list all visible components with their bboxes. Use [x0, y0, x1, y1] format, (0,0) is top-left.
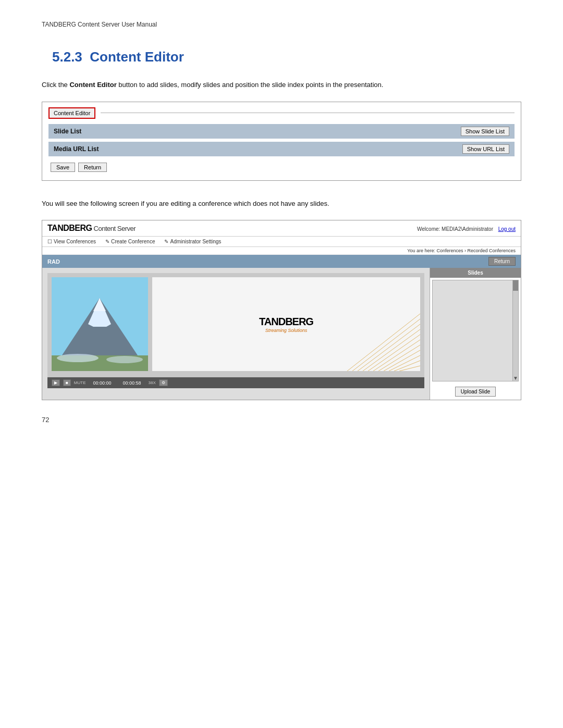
video-thumbnail-left [52, 277, 148, 371]
editor-toolbar: Content Editor [48, 107, 515, 121]
return-button-tb[interactable]: Return [488, 257, 516, 266]
nav-create-conference[interactable]: ✎ Create Conference [105, 239, 155, 244]
page-number-text: 72 [42, 416, 49, 424]
video-controls: ▶ ■ MUTE 00:00:00 00:00:58 38X ⚙ [47, 377, 424, 388]
create-conference-icon: ✎ [105, 239, 109, 244]
svg-line-9 [358, 324, 420, 371]
tandberg-logo: TANDBERG Content Server [47, 224, 136, 233]
wave-lines-decoration [347, 314, 420, 371]
scrollbar-thumb[interactable] [513, 280, 518, 291]
first-screenshot: Content Editor Slide List Show Slide Lis… [42, 102, 521, 181]
speed-label: 38X [149, 380, 156, 385]
view-conferences-icon: ☐ [47, 239, 52, 244]
nav-create-conference-label: Create Conference [111, 239, 155, 244]
upload-slide-button[interactable]: Upload Slide [455, 387, 496, 397]
time-total: 00:00:58 [123, 380, 141, 386]
play-button[interactable]: ▶ [52, 379, 60, 386]
video-thumbnail-right: TANDBERG Streaming Solutions [152, 277, 420, 371]
tandberg-screenshot: TANDBERG Content Server Welcome: MEDIA2\… [42, 220, 521, 400]
scroll-down-arrow[interactable]: ▼ [513, 375, 518, 381]
section-number: 5.2.3 [52, 49, 82, 65]
media-url-list-row: Media URL List Show URL List [48, 142, 515, 156]
intro-text-1: Click the [42, 81, 69, 89]
main-content: TANDBERG Streaming Solutions [42, 268, 521, 400]
breadcrumb-text: You are here: Conferences › Recorded Con… [407, 248, 516, 253]
mute-label: MUTE [74, 380, 86, 385]
doc-header-text: TANDBERG Content Server User Manual [42, 21, 157, 28]
show-url-list-button[interactable]: Show URL List [462, 144, 509, 154]
tandberg-header: TANDBERG Content Server Welcome: MEDIA2\… [42, 220, 521, 237]
page-number: 72 [42, 416, 521, 424]
admin-settings-icon: ✎ [164, 239, 168, 244]
video-container: TANDBERG Streaming Solutions [47, 273, 424, 377]
content-editor-button[interactable]: Content Editor [48, 107, 95, 119]
video-area: TANDBERG Streaming Solutions [42, 268, 430, 400]
slide-list-label: Slide List [54, 128, 81, 135]
show-slide-list-button[interactable]: Show Slide List [461, 127, 509, 136]
slides-scrollbar[interactable]: ▼ [512, 280, 519, 381]
section-title: 5.2.3 Content Editor [42, 49, 521, 65]
media-url-list-label: Media URL List [54, 145, 99, 153]
save-return-row: Save Return [48, 161, 515, 174]
svg-line-12 [373, 340, 420, 371]
svg-line-15 [389, 355, 420, 371]
second-paragraph: You will see the following screen if you… [42, 199, 521, 209]
nav-bar: ☐ View Conferences ✎ Create Conference ✎… [42, 237, 521, 247]
logout-link[interactable]: Log out [498, 226, 516, 232]
time-elapsed: 00:00:00 [93, 380, 112, 386]
bold-content-editor: Content Editor [69, 81, 116, 89]
breadcrumb: You are here: Conferences › Recorded Con… [42, 247, 521, 255]
slide-list-row: Slide List Show Slide List [48, 124, 515, 139]
toolbar-divider [101, 113, 515, 113]
welcome-text: Welcome: MEDIA2\Administrator [417, 226, 493, 232]
nav-admin-settings-label: Administrator Settings [170, 239, 221, 244]
intro-text-2: button to add slides, modify slides and … [117, 81, 384, 89]
svg-point-5 [57, 354, 99, 362]
page-title-bar: RAD Return [42, 255, 521, 268]
section-title-text: Content Editor [90, 49, 184, 65]
header-right: Welcome: MEDIA2\Administrator Log out [417, 225, 516, 232]
slides-content-area [432, 280, 519, 381]
svg-point-6 [106, 356, 143, 363]
tandberg-logo-bold: TANDBERG [47, 224, 92, 232]
nav-view-conferences[interactable]: ☐ View Conferences [47, 239, 96, 244]
return-button[interactable]: Return [78, 163, 107, 172]
svg-line-8 [352, 319, 420, 371]
slides-panel-header: Slides [430, 268, 521, 278]
svg-line-13 [378, 345, 420, 371]
svg-line-16 [394, 361, 420, 371]
doc-header: TANDBERG Content Server User Manual [42, 21, 521, 28]
tandberg-logo-big: TANDBERG [259, 316, 313, 328]
tandberg-logo-normal: Content Server [92, 225, 136, 232]
nav-admin-settings[interactable]: ✎ Administrator Settings [164, 239, 221, 244]
rad-title: RAD [47, 258, 60, 265]
stop-button[interactable]: ■ [63, 379, 71, 386]
slides-panel: Slides ▼ Upload Slide [430, 268, 521, 400]
streaming-solutions-text: Streaming Solutions [265, 328, 308, 333]
intro-paragraph: Click the Content Editor button to add s… [42, 80, 521, 90]
settings-button[interactable]: ⚙ [159, 379, 168, 386]
save-button[interactable]: Save [51, 163, 75, 172]
second-para-text: You will see the following screen if you… [42, 200, 329, 207]
nav-view-conferences-label: View Conferences [54, 239, 96, 244]
svg-line-17 [399, 366, 420, 371]
